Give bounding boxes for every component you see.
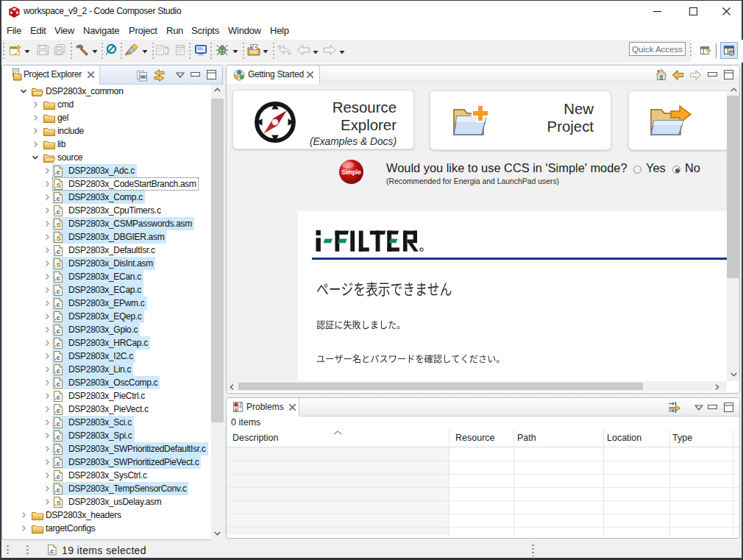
- svg-text:Simple: Simple: [341, 169, 361, 176]
